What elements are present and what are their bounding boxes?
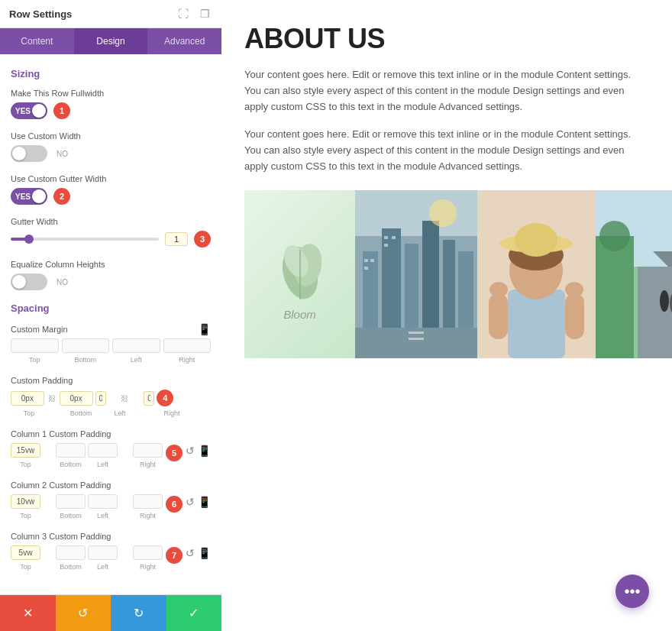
col2-reset-icon[interactable]: ↺ [186,494,195,508]
padding-top-lbl: Top [11,409,47,417]
padding-field: Custom Padding ⛓ ⛓ 4 Top Bottom Left Rig… [11,376,211,417]
save-button[interactable]: ✓ [166,595,222,631]
col3-right-input[interactable] [133,545,163,560]
col1-right-input[interactable] [133,443,163,458]
panel-footer: ✕ ↺ ↻ ✓ [0,594,221,631]
margin-bottom-input[interactable] [62,338,110,353]
col2-left-lbl: Left [88,512,118,519]
custom-width-toggle-knob [12,147,26,160]
link-icon-1: ⛓ [47,394,57,403]
col2-padding-label: Column 2 Custom Padding [11,481,211,490]
equalize-toggle-knob [12,275,26,289]
padding-bottom-lbl: Bottom [63,409,99,417]
svg-point-30 [489,282,508,297]
fullwidth-toggle[interactable]: YES [11,102,47,119]
col1-bottom-lbl: Bottom [56,461,86,468]
padding-left-input[interactable] [95,391,106,406]
redo-button[interactable]: ↻ [111,595,166,631]
col2-right-lbl: Right [133,512,163,519]
main-content: ABOUT US Your content goes here. Edit or… [221,0,672,631]
badge-7: 7 [166,547,183,564]
panel-title: Row Settings [9,8,72,20]
equalize-toggle[interactable] [11,273,47,290]
gutter-toggle-knob [32,189,46,203]
padding-right-input[interactable] [144,391,154,406]
svg-point-21 [429,199,457,227]
svg-rect-17 [384,244,388,247]
gutter-slider-label: Gutter Width [11,217,211,226]
gutter-slider[interactable] [11,238,159,241]
fab-icon: ••• [624,583,640,600]
col3-left-input[interactable] [88,545,118,560]
col1-bottom-input[interactable] [56,443,86,458]
custom-width-no-label: NO [57,150,68,158]
col3-padding-label: Column 3 Custom Padding [11,532,211,541]
badge-5: 5 [166,445,183,461]
reset-button[interactable]: ↺ [56,595,111,631]
panel-header-icons: ⛶ ❐ [176,6,212,21]
fullwidth-toggle-knob [32,104,46,118]
badge-2: 2 [53,188,70,205]
padding-bottom-input[interactable] [60,391,93,406]
custom-width-toggle[interactable] [11,145,47,162]
col3-reset-icon[interactable]: ↺ [186,545,195,559]
col2-right-input[interactable] [133,494,163,509]
col1-left-lbl: Left [88,461,118,468]
badge-3: 3 [194,231,211,248]
col1-device-icon[interactable]: 📱 [198,443,211,457]
col3-padding-field: Column 3 Custom Padding Top Bottom [11,532,211,571]
woman-svg [477,190,596,358]
gutter-toggle-row: YES 2 [11,188,211,205]
col2-left-input[interactable] [88,494,118,509]
margin-left-input[interactable] [112,338,160,353]
margin-top-input[interactable] [11,338,59,353]
col1-left-input[interactable] [88,443,118,458]
col3-top-input[interactable] [11,545,40,560]
tab-content[interactable]: Content [0,28,74,54]
col2-padding-field: Column 2 Custom Padding Top Bottom [11,481,211,519]
window-icon[interactable]: ❐ [197,6,212,21]
svg-rect-35 [599,221,630,251]
fullscreen-icon[interactable]: ⛶ [176,6,191,21]
fab-button[interactable]: ••• [615,574,649,608]
margin-device-icon[interactable]: 📱 [198,323,211,335]
panel-header: Row Settings ⛶ ❐ [0,0,221,28]
margin-right-input[interactable] [163,338,212,353]
padding-label: Custom Padding [11,376,211,385]
col3-bottom-input[interactable] [56,545,86,560]
margin-labels: Top Bottom Left Right [11,356,211,364]
col2-top-input[interactable] [11,494,40,509]
padding-top-input[interactable] [11,391,44,406]
badge-6: 6 [166,496,183,513]
padding-right-lbl: Right [153,409,190,417]
panel-body: Sizing Make This Row Fullwidth YES 1 Use… [0,54,221,594]
cancel-button[interactable]: ✕ [0,595,56,631]
gutter-toggle-label: YES [15,193,31,201]
street-image [596,190,672,358]
about-title: ABOUT US [244,23,649,55]
margin-left-label: Left [112,356,160,364]
svg-rect-29 [565,293,584,339]
city-svg [355,190,477,358]
col2-bottom-input[interactable] [56,494,86,509]
gutter-slider-row: 1 3 [11,231,211,248]
tab-advanced[interactable]: Advanced [147,28,221,54]
col2-device-icon[interactable]: 📱 [198,494,211,508]
svg-rect-23 [508,290,565,358]
fullwidth-toggle-label: YES [15,107,31,115]
col3-right-lbl: Right [133,563,163,571]
col1-reset-icon[interactable]: ↺ [186,443,195,457]
svg-point-27 [515,223,557,257]
tab-design[interactable]: Design [74,28,148,54]
svg-point-40 [660,290,669,312]
padding-left-lbl: Left [102,409,138,417]
gutter-value: 1 [165,232,188,246]
equalize-no-label: NO [57,278,68,286]
col3-device-icon[interactable]: 📱 [198,545,211,559]
col1-right-lbl: Right [133,461,163,468]
col1-top-input[interactable] [11,443,40,458]
col2-top-lbl: Top [11,512,40,519]
svg-rect-12 [364,259,368,262]
city-image [355,190,477,358]
gutter-toggle[interactable]: YES [11,188,47,205]
